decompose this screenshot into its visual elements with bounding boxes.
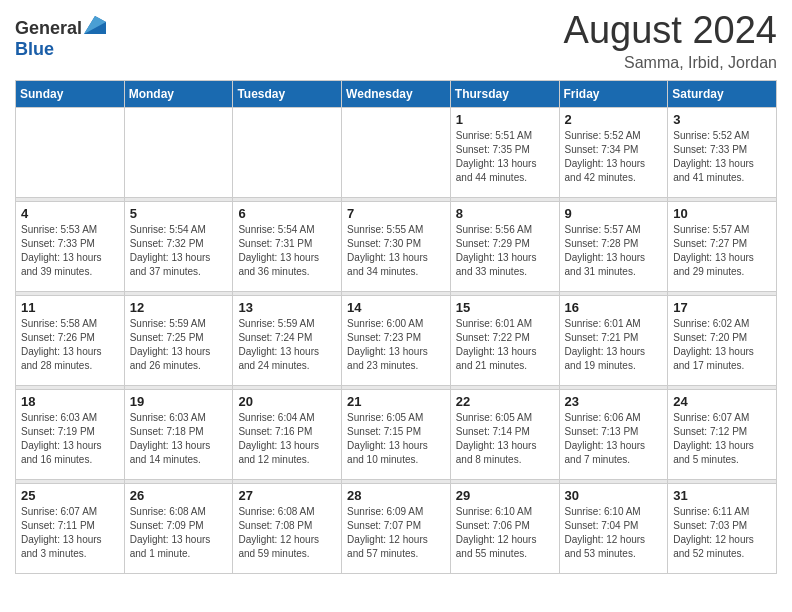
calendar-cell: 11Sunrise: 5:58 AM Sunset: 7:26 PM Dayli…: [16, 295, 125, 385]
day-number: 15: [456, 300, 554, 315]
week-row-4: 18Sunrise: 6:03 AM Sunset: 7:19 PM Dayli…: [16, 389, 777, 479]
day-info: Sunrise: 5:57 AM Sunset: 7:28 PM Dayligh…: [565, 223, 663, 279]
logo-blue-text: Blue: [15, 39, 54, 60]
day-info: Sunrise: 6:07 AM Sunset: 7:11 PM Dayligh…: [21, 505, 119, 561]
day-info: Sunrise: 5:52 AM Sunset: 7:34 PM Dayligh…: [565, 129, 663, 185]
calendar-cell: 1Sunrise: 5:51 AM Sunset: 7:35 PM Daylig…: [450, 107, 559, 197]
day-info: Sunrise: 6:04 AM Sunset: 7:16 PM Dayligh…: [238, 411, 336, 467]
calendar-cell: 29Sunrise: 6:10 AM Sunset: 7:06 PM Dayli…: [450, 483, 559, 573]
day-number: 23: [565, 394, 663, 409]
day-number: 19: [130, 394, 228, 409]
week-row-1: 1Sunrise: 5:51 AM Sunset: 7:35 PM Daylig…: [16, 107, 777, 197]
calendar-cell: 20Sunrise: 6:04 AM Sunset: 7:16 PM Dayli…: [233, 389, 342, 479]
day-info: Sunrise: 5:54 AM Sunset: 7:32 PM Dayligh…: [130, 223, 228, 279]
calendar-cell: 7Sunrise: 5:55 AM Sunset: 7:30 PM Daylig…: [342, 201, 451, 291]
day-info: Sunrise: 6:01 AM Sunset: 7:22 PM Dayligh…: [456, 317, 554, 373]
calendar-cell: 8Sunrise: 5:56 AM Sunset: 7:29 PM Daylig…: [450, 201, 559, 291]
week-row-2: 4Sunrise: 5:53 AM Sunset: 7:33 PM Daylig…: [16, 201, 777, 291]
day-info: Sunrise: 6:05 AM Sunset: 7:14 PM Dayligh…: [456, 411, 554, 467]
title-area: August 2024 Samma, Irbid, Jordan: [564, 10, 777, 72]
calendar-cell: 26Sunrise: 6:08 AM Sunset: 7:09 PM Dayli…: [124, 483, 233, 573]
day-number: 13: [238, 300, 336, 315]
day-number: 8: [456, 206, 554, 221]
day-number: 10: [673, 206, 771, 221]
calendar-cell: [233, 107, 342, 197]
calendar-cell: 3Sunrise: 5:52 AM Sunset: 7:33 PM Daylig…: [668, 107, 777, 197]
calendar-cell: 31Sunrise: 6:11 AM Sunset: 7:03 PM Dayli…: [668, 483, 777, 573]
day-number: 2: [565, 112, 663, 127]
day-info: Sunrise: 5:55 AM Sunset: 7:30 PM Dayligh…: [347, 223, 445, 279]
day-info: Sunrise: 5:56 AM Sunset: 7:29 PM Dayligh…: [456, 223, 554, 279]
calendar-cell: 16Sunrise: 6:01 AM Sunset: 7:21 PM Dayli…: [559, 295, 668, 385]
weekday-header-row: SundayMondayTuesdayWednesdayThursdayFrid…: [16, 80, 777, 107]
day-number: 6: [238, 206, 336, 221]
day-info: Sunrise: 5:53 AM Sunset: 7:33 PM Dayligh…: [21, 223, 119, 279]
calendar-cell: 22Sunrise: 6:05 AM Sunset: 7:14 PM Dayli…: [450, 389, 559, 479]
day-info: Sunrise: 6:03 AM Sunset: 7:18 PM Dayligh…: [130, 411, 228, 467]
day-number: 9: [565, 206, 663, 221]
calendar-cell: 21Sunrise: 6:05 AM Sunset: 7:15 PM Dayli…: [342, 389, 451, 479]
weekday-thursday: Thursday: [450, 80, 559, 107]
day-info: Sunrise: 6:01 AM Sunset: 7:21 PM Dayligh…: [565, 317, 663, 373]
day-number: 14: [347, 300, 445, 315]
week-row-3: 11Sunrise: 5:58 AM Sunset: 7:26 PM Dayli…: [16, 295, 777, 385]
day-info: Sunrise: 6:02 AM Sunset: 7:20 PM Dayligh…: [673, 317, 771, 373]
day-number: 20: [238, 394, 336, 409]
day-number: 28: [347, 488, 445, 503]
calendar-cell: 5Sunrise: 5:54 AM Sunset: 7:32 PM Daylig…: [124, 201, 233, 291]
day-number: 17: [673, 300, 771, 315]
day-number: 11: [21, 300, 119, 315]
day-number: 3: [673, 112, 771, 127]
calendar-cell: 6Sunrise: 5:54 AM Sunset: 7:31 PM Daylig…: [233, 201, 342, 291]
calendar-cell: 27Sunrise: 6:08 AM Sunset: 7:08 PM Dayli…: [233, 483, 342, 573]
day-number: 24: [673, 394, 771, 409]
day-info: Sunrise: 5:59 AM Sunset: 7:25 PM Dayligh…: [130, 317, 228, 373]
day-number: 7: [347, 206, 445, 221]
calendar-cell: 17Sunrise: 6:02 AM Sunset: 7:20 PM Dayli…: [668, 295, 777, 385]
day-info: Sunrise: 5:58 AM Sunset: 7:26 PM Dayligh…: [21, 317, 119, 373]
calendar-cell: 15Sunrise: 6:01 AM Sunset: 7:22 PM Dayli…: [450, 295, 559, 385]
logo-icon: [84, 16, 106, 34]
calendar-cell: [342, 107, 451, 197]
week-row-5: 25Sunrise: 6:07 AM Sunset: 7:11 PM Dayli…: [16, 483, 777, 573]
calendar-cell: 18Sunrise: 6:03 AM Sunset: 7:19 PM Dayli…: [16, 389, 125, 479]
location-subtitle: Samma, Irbid, Jordan: [564, 54, 777, 72]
calendar-cell: [124, 107, 233, 197]
day-number: 27: [238, 488, 336, 503]
calendar-cell: 10Sunrise: 5:57 AM Sunset: 7:27 PM Dayli…: [668, 201, 777, 291]
day-info: Sunrise: 5:54 AM Sunset: 7:31 PM Dayligh…: [238, 223, 336, 279]
day-number: 4: [21, 206, 119, 221]
day-info: Sunrise: 6:08 AM Sunset: 7:09 PM Dayligh…: [130, 505, 228, 561]
day-number: 21: [347, 394, 445, 409]
calendar-cell: 28Sunrise: 6:09 AM Sunset: 7:07 PM Dayli…: [342, 483, 451, 573]
day-info: Sunrise: 6:03 AM Sunset: 7:19 PM Dayligh…: [21, 411, 119, 467]
day-number: 26: [130, 488, 228, 503]
calendar-cell: 25Sunrise: 6:07 AM Sunset: 7:11 PM Dayli…: [16, 483, 125, 573]
weekday-monday: Monday: [124, 80, 233, 107]
day-info: Sunrise: 6:11 AM Sunset: 7:03 PM Dayligh…: [673, 505, 771, 561]
weekday-friday: Friday: [559, 80, 668, 107]
day-number: 29: [456, 488, 554, 503]
day-number: 12: [130, 300, 228, 315]
day-info: Sunrise: 6:08 AM Sunset: 7:08 PM Dayligh…: [238, 505, 336, 561]
calendar-cell: 13Sunrise: 5:59 AM Sunset: 7:24 PM Dayli…: [233, 295, 342, 385]
logo: General Blue: [15, 16, 106, 60]
day-info: Sunrise: 6:07 AM Sunset: 7:12 PM Dayligh…: [673, 411, 771, 467]
calendar-cell: 2Sunrise: 5:52 AM Sunset: 7:34 PM Daylig…: [559, 107, 668, 197]
weekday-tuesday: Tuesday: [233, 80, 342, 107]
calendar-cell: 30Sunrise: 6:10 AM Sunset: 7:04 PM Dayli…: [559, 483, 668, 573]
day-info: Sunrise: 6:09 AM Sunset: 7:07 PM Dayligh…: [347, 505, 445, 561]
day-info: Sunrise: 6:10 AM Sunset: 7:04 PM Dayligh…: [565, 505, 663, 561]
day-info: Sunrise: 6:00 AM Sunset: 7:23 PM Dayligh…: [347, 317, 445, 373]
calendar-cell: 9Sunrise: 5:57 AM Sunset: 7:28 PM Daylig…: [559, 201, 668, 291]
weekday-wednesday: Wednesday: [342, 80, 451, 107]
day-number: 25: [21, 488, 119, 503]
day-info: Sunrise: 6:05 AM Sunset: 7:15 PM Dayligh…: [347, 411, 445, 467]
day-number: 22: [456, 394, 554, 409]
calendar-cell: 19Sunrise: 6:03 AM Sunset: 7:18 PM Dayli…: [124, 389, 233, 479]
day-number: 1: [456, 112, 554, 127]
logo-general-text: General: [15, 18, 82, 39]
day-info: Sunrise: 5:57 AM Sunset: 7:27 PM Dayligh…: [673, 223, 771, 279]
day-number: 30: [565, 488, 663, 503]
month-year-title: August 2024: [564, 10, 777, 52]
